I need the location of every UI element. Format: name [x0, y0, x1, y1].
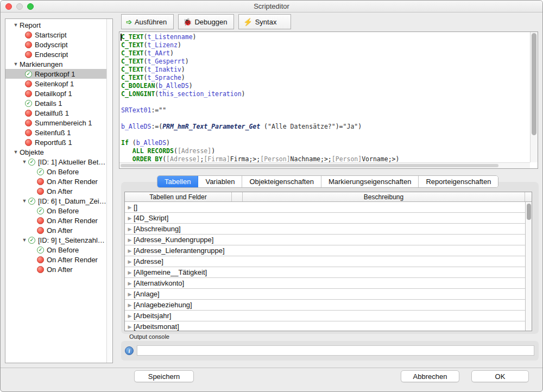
code-line: C_TEXT(t_Lizenz): [121, 41, 529, 49]
sidebar-item--id-9-t-seitenzahlen-[interactable]: ▼✓[ID: 9] t_Seitenzahlen (…: [5, 235, 106, 245]
script-empty-icon: [25, 119, 32, 127]
script-empty-icon: [37, 266, 44, 273]
sidebar-item-label: Detailfuß 1: [35, 109, 69, 117]
sidebar-item-on-after[interactable]: On After: [5, 264, 106, 274]
tab-tabellen[interactable]: Tabellen: [157, 176, 198, 187]
sidebar-item-markierungen[interactable]: ▼Markierungen: [5, 59, 106, 69]
expand-row-icon[interactable]: ▶: [126, 313, 134, 319]
sidebar-item-on-after[interactable]: On After: [5, 225, 106, 235]
sidebar-item-startscript[interactable]: Startscript: [5, 30, 106, 40]
table-scrollbar[interactable]: [525, 202, 532, 331]
table-row[interactable]: ▶[Arbeitsjahr]: [125, 311, 525, 321]
table-row[interactable]: ▶[Alternativkonto]: [125, 278, 525, 289]
table-name-cell: [Anlagebeziehung]: [134, 301, 192, 309]
tab-objekteigenschaften[interactable]: Objekteigenschaften: [242, 176, 321, 187]
sidebar-item-on-before[interactable]: ✓On Before: [5, 245, 106, 255]
ok-button[interactable]: OK: [471, 370, 529, 382]
sidebar-item-label: Seitenkopf 1: [35, 80, 74, 88]
disclosure-triangle-icon[interactable]: ▼: [21, 198, 28, 204]
sidebar-item-summenbereich-1[interactable]: Summenbereich 1: [5, 118, 106, 128]
expand-row-icon[interactable]: ▶: [126, 205, 134, 210]
editor-horizontal-scrollbar[interactable]: [119, 162, 530, 168]
sidebar-item-seitenkopf-1[interactable]: Seitenkopf 1: [5, 79, 106, 88]
disclosure-triangle-icon[interactable]: ▼: [12, 61, 20, 67]
expand-row-icon[interactable]: ▶: [126, 259, 134, 264]
disclosure-triangle-icon[interactable]: ▼: [21, 237, 28, 243]
sidebar-item-on-after[interactable]: On After: [5, 186, 106, 196]
column-header-beschreibung[interactable]: Beschreibung: [243, 192, 525, 201]
table-row[interactable]: ▶[Adresse_Lieferantengruppe]: [125, 245, 525, 256]
table-scroll-thumb[interactable]: [527, 204, 531, 220]
script-empty-icon: [25, 80, 32, 87]
editor-vertical-scrollbar[interactable]: [530, 32, 538, 162]
sidebar-item-details-1[interactable]: ✓Details 1: [5, 98, 106, 108]
sidebar-item-objekte[interactable]: ▼Objekte: [5, 147, 106, 157]
editor-hscroll-thumb[interactable]: [121, 164, 498, 167]
column-header-spacer[interactable]: [232, 192, 243, 201]
sidebar-item-label: On After Render: [47, 217, 98, 225]
sidebar-item-on-after-render[interactable]: On After Render: [5, 255, 106, 264]
sidebar-item-report[interactable]: ▼Report: [5, 20, 106, 30]
disclosure-triangle-icon[interactable]: ▼: [21, 159, 28, 165]
output-console-field[interactable]: [137, 345, 534, 356]
table-row[interactable]: ▶[Anlage]: [125, 289, 525, 300]
sidebar-item-label: Details 1: [35, 99, 62, 108]
table-name-cell: [Abschreibung]: [134, 225, 181, 233]
sidebar-item-on-after-render[interactable]: On After Render: [5, 176, 106, 186]
table-row[interactable]: ▶[Arbeitsmonat]: [125, 321, 525, 331]
debuggen-button[interactable]: 🐞Debuggen: [178, 14, 234, 29]
editor-scroll-thumb[interactable]: [532, 33, 536, 135]
sidebar-item-on-before[interactable]: ✓On Before: [5, 206, 106, 216]
table-row[interactable]: ▶[Allgemeine__Tätigkeit]: [125, 267, 525, 278]
sidebar-item-on-before[interactable]: ✓On Before: [5, 167, 106, 176]
expand-row-icon[interactable]: ▶: [126, 237, 134, 243]
table-row[interactable]: ▶[Adresse]: [125, 256, 525, 267]
sidebar-scrollbar[interactable]: [106, 19, 112, 363]
expand-row-icon[interactable]: ▶: [126, 324, 134, 330]
sidebar-item-seitenfu-1[interactable]: Seitenfuß 1: [5, 128, 106, 137]
sidebar-item-detailfu-1[interactable]: Detailfuß 1: [5, 108, 106, 118]
sidebar-item-on-after-render[interactable]: On After Render: [5, 216, 106, 225]
sidebar-item--id-6-t-datum-zeit-t-[interactable]: ▼✓[ID: 6] t_Datum_Zeit (T…: [5, 196, 106, 206]
expand-row-icon[interactable]: ▶: [126, 270, 134, 275]
sidebar-item-label: On After: [47, 265, 73, 274]
code-line: C_TEXT(t_Inaktiv): [121, 66, 529, 74]
sidebar-item-bodyscript[interactable]: Bodyscript: [5, 40, 106, 49]
expand-row-icon[interactable]: ▶: [126, 216, 134, 221]
sidebar-item-detailkopf-1[interactable]: Detailkopf 1: [5, 88, 106, 98]
expand-row-icon[interactable]: ▶: [126, 292, 134, 297]
script-empty-icon: [37, 256, 44, 263]
sidebar-item-label: Endescript: [35, 50, 68, 59]
expand-row-icon[interactable]: ▶: [126, 248, 134, 254]
table-row[interactable]: ▶[Anlagebeziehung]: [125, 300, 525, 311]
table-row[interactable]: ▶[4D_Skript]: [125, 213, 525, 224]
column-header-tabellen-und-felder[interactable]: Tabellen und Felder: [125, 192, 232, 201]
table-row[interactable]: ▶[Abschreibung]: [125, 224, 525, 235]
sidebar-item--id-1-aktueller-betrieb-[interactable]: ▼✓[ID: 1] Aktueller Betrieb…: [5, 157, 106, 167]
toolbar-button-label: Ausführen: [135, 18, 167, 26]
tab-reporteigenschaften[interactable]: Reporteigenschaften: [419, 176, 498, 187]
ausführen-button[interactable]: ➩Ausführen: [121, 14, 174, 29]
sidebar-item-reportkopf-1[interactable]: ✓Reportkopf 1: [5, 69, 106, 79]
table-body: ▶[]▶[4D_Skript]▶[Abschreibung]▶[Adresse_…: [125, 202, 525, 331]
syntax-button[interactable]: ⚡Syntax: [238, 14, 291, 29]
expand-row-icon[interactable]: ▶: [126, 302, 134, 308]
save-button[interactable]: Speichern: [134, 370, 194, 382]
table-row[interactable]: ▶[Adresse_Kundengruppe]: [125, 235, 525, 245]
code-content[interactable]: C_TEXT(t_Listenname)C_TEXT(t_Lizenz)C_TE…: [121, 33, 529, 163]
table-row[interactable]: ▶[]: [125, 202, 525, 213]
script-empty-icon: [25, 51, 32, 58]
tab-variablen[interactable]: Variablen: [198, 176, 242, 187]
expand-row-icon[interactable]: ▶: [126, 226, 134, 232]
sidebar-item-label: On After: [47, 226, 73, 235]
disclosure-triangle-icon[interactable]: ▼: [12, 149, 20, 155]
table-name-cell: [Alternativkonto]: [134, 279, 184, 287]
expand-row-icon[interactable]: ▶: [126, 281, 134, 286]
disclosure-triangle-icon[interactable]: ▼: [12, 22, 20, 28]
sidebar-item-label: On After Render: [47, 256, 98, 264]
tab-markierungseigenschaften[interactable]: Markierungseigenschaften: [321, 176, 419, 187]
sidebar-item-endescript[interactable]: Endescript: [5, 49, 106, 59]
cancel-button[interactable]: Abbrechen: [401, 370, 459, 382]
sidebar-item-reportfu-1[interactable]: Reportfuß 1: [5, 137, 106, 147]
code-editor[interactable]: C_TEXT(t_Listenname)C_TEXT(t_Lizenz)C_TE…: [119, 31, 538, 169]
